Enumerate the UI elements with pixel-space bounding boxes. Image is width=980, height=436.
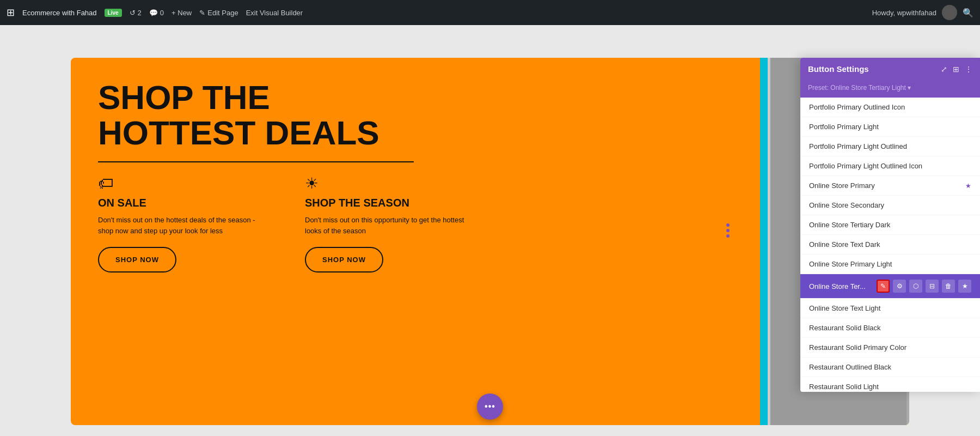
fab-dots-icon: ••• [485, 402, 495, 411]
shop-now-button-1[interactable]: SHOP NOW [98, 247, 176, 272]
list-item-label: Restaurant Solid Primary Color [809, 343, 906, 352]
panel-header: Button Settings ⤢ ⊞ ⋮ [800, 58, 980, 80]
list-item[interactable]: Portfolio Primary Light [800, 117, 980, 137]
list-item-label: Online Store Tertiary Dark [809, 221, 890, 229]
panel-title: Button Settings [808, 64, 869, 74]
hero-col-1: 🏷 ON SALE Don't miss out on the hottest … [98, 174, 261, 272]
site-name: Ecommerce with Fahad [22, 9, 97, 17]
edit-icon[interactable]: ✎ [877, 280, 890, 293]
settings-icon[interactable]: ⚙ [893, 280, 906, 293]
list-item[interactable]: Online Store Text Dark [800, 235, 980, 255]
preset-label[interactable]: Preset: Online Store Tertiary Light ▾ [808, 84, 911, 92]
search-icon[interactable]: 🔍 [963, 8, 973, 18]
pencil-icon: ✎ [199, 9, 205, 17]
move-icon[interactable]: ⊟ [926, 280, 939, 293]
list-item[interactable]: Online Store Primary★ [800, 176, 980, 196]
hero-title: SHOP THE HOTTEST DEALS [98, 80, 425, 150]
howdy-label: Howdy, wpwithfahad [872, 9, 936, 17]
preset-arrow-icon: ▾ [908, 84, 911, 92]
list-item[interactable]: Online Store Tertiary Dark [800, 215, 980, 235]
button-settings-panel: Button Settings ⤢ ⊞ ⋮ Preset: Online Sto… [800, 58, 980, 392]
list-item[interactable]: Restaurant Solid Black [800, 318, 980, 338]
list-item-label: Online Store Text Dark [809, 240, 880, 249]
list-item[interactable]: Online Store Ter...✎⚙⬡⊟🗑★ [800, 274, 980, 299]
wordpress-logo-icon[interactable]: ⊞ [7, 7, 15, 19]
list-item-label: Portfolio Primary Light Outlined [809, 142, 907, 150]
admin-bar-right: Howdy, wpwithfahad 🔍 [872, 5, 973, 20]
col1-text: Don't miss out on the hottest deals of t… [98, 215, 261, 236]
season-icon: ☀ [305, 174, 468, 192]
hero-divider [98, 161, 414, 162]
list-item-label: Restaurant Solid Light [809, 383, 879, 391]
teal-strip [760, 58, 768, 425]
col2-text: Don't miss out on this opportunity to ge… [305, 215, 468, 236]
shop-now-button-2[interactable]: SHOP NOW [305, 247, 383, 272]
col1-title: ON SALE [98, 197, 261, 209]
panel-list: Portfolio Primary Outlined IconPortfolio… [800, 98, 980, 392]
list-item[interactable]: Restaurant Outlined Black [800, 358, 980, 377]
list-item[interactable]: Restaurant Solid Primary Color [800, 338, 980, 358]
list-item-label: Portfolio Primary Light [809, 123, 879, 131]
list-item-label: Portfolio Primary Outlined Icon [809, 103, 905, 111]
list-item-label: Online Store Primary Light [809, 260, 892, 268]
comments-item[interactable]: 💬 0 [149, 9, 164, 17]
list-item-label: Restaurant Solid Black [809, 324, 881, 332]
admin-bar: ⊞ Ecommerce with Fahad Live ↺ 2 💬 0 + Ne… [0, 0, 980, 25]
more-icon[interactable]: ⋮ [965, 65, 972, 74]
star-icon[interactable]: ★ [965, 182, 971, 190]
hero-section: SHOP THE HOTTEST DEALS 🏷 ON SALE Don't m… [71, 58, 909, 425]
delete-icon[interactable]: 🗑 [942, 280, 955, 293]
exit-builder-item[interactable]: Exit Visual Builder [246, 9, 303, 17]
star-icon[interactable]: ★ [958, 280, 971, 293]
new-item[interactable]: + New [171, 9, 192, 17]
list-item[interactable]: Portfolio Primary Light Outlined [800, 137, 980, 156]
list-item-label: Online Store Primary [809, 181, 875, 190]
grid-icon[interactable]: ⊞ [953, 65, 959, 74]
sale-icon: 🏷 [98, 174, 261, 192]
panel-preset-row: Preset: Online Store Tertiary Light ▾ [800, 80, 980, 98]
list-item[interactable]: Online Store Text Light [800, 299, 980, 318]
list-item[interactable]: Portfolio Primary Outlined Icon [800, 98, 980, 117]
hero-col-2: ☀ SHOP THE SEASON Don't miss out on this… [305, 174, 468, 272]
list-item-label: Online Store Secondary [809, 201, 884, 209]
main-content: SHOP THE HOTTEST DEALS 🏷 ON SALE Don't m… [0, 25, 980, 436]
column-dots-icon[interactable] [726, 223, 730, 238]
expand-icon[interactable]: ⤢ [941, 65, 947, 74]
list-item-label: Online Store Ter... [809, 282, 866, 290]
list-item[interactable]: Online Store Primary Light [800, 255, 980, 274]
admin-bar-left: ⊞ Ecommerce with Fahad Live ↺ 2 💬 0 + Ne… [7, 7, 863, 19]
fab-button[interactable]: ••• [477, 393, 503, 420]
list-item[interactable]: Restaurant Solid Light [800, 377, 980, 392]
list-item[interactable]: Online Store Secondary [800, 196, 980, 215]
active-action-bar: ✎⚙⬡⊟🗑★ [877, 280, 971, 293]
copy-icon[interactable]: ⬡ [909, 280, 922, 293]
revisions-item[interactable]: ↺ 2 [130, 9, 142, 17]
col2-title: SHOP THE SEASON [305, 197, 468, 209]
list-item-label: Online Store Text Light [809, 304, 880, 312]
panel-header-icons: ⤢ ⊞ ⋮ [941, 65, 972, 74]
avatar [942, 5, 957, 20]
list-item[interactable]: Portfolio Primary Light Outlined Icon [800, 156, 980, 176]
list-item-label: Restaurant Outlined Black [809, 363, 891, 371]
live-badge: Live [105, 9, 122, 17]
list-item-label: Portfolio Primary Light Outlined Icon [809, 162, 922, 170]
edit-page-item[interactable]: ✎ Edit Page [199, 9, 238, 17]
